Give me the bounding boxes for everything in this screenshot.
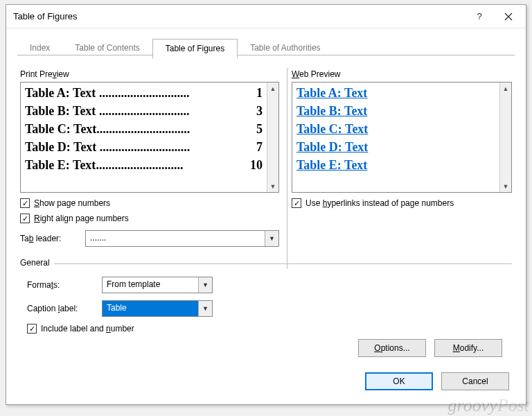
- scroll-up-icon[interactable]: ▲: [267, 83, 278, 94]
- scroll-up-icon[interactable]: ▲: [500, 83, 511, 94]
- chevron-down-icon[interactable]: ▼: [265, 231, 278, 246]
- dialog-title: Table of Figures: [13, 11, 465, 21]
- tab-table-of-contents[interactable]: Table of Contents: [62, 39, 152, 59]
- web-preview-scrollbar[interactable]: ▲ ▼: [499, 83, 511, 192]
- web-link[interactable]: Table A: Text: [296, 84, 495, 102]
- print-preview-scrollbar[interactable]: ▲ ▼: [267, 83, 278, 192]
- modify-button[interactable]: Modify...: [434, 339, 502, 357]
- close-button[interactable]: [494, 7, 523, 26]
- web-link[interactable]: Table B: Text: [296, 102, 495, 120]
- tab-index[interactable]: Index: [17, 39, 62, 59]
- chevron-down-icon[interactable]: ▼: [198, 301, 212, 316]
- include-label-label: Include label and number: [41, 324, 134, 333]
- general-label: General: [20, 258, 54, 268]
- web-preview-box: Table A: Text Table B: Text Table C: Tex…: [292, 82, 512, 193]
- web-preview-label: Web Preview: [292, 69, 512, 79]
- cancel-button[interactable]: Cancel: [441, 372, 509, 390]
- web-link[interactable]: Table E: Text: [296, 156, 495, 174]
- tab-leader-combo[interactable]: ....... ▼: [85, 230, 279, 247]
- caption-label-combo[interactable]: Table ▼: [102, 300, 213, 317]
- help-button[interactable]: ?: [465, 7, 494, 26]
- print-preview-box: Table A: Text ..........................…: [20, 82, 279, 193]
- options-button[interactable]: Options...: [358, 339, 426, 357]
- watermark: groovyPost: [448, 395, 529, 416]
- titlebar: Table of Figures ?: [6, 5, 526, 28]
- formats-label: Formats:: [27, 280, 96, 290]
- show-page-numbers-label: Show page numbers: [34, 198, 110, 208]
- web-link[interactable]: Table C: Text: [296, 120, 495, 138]
- show-page-numbers-checkbox[interactable]: ✓: [20, 198, 30, 208]
- tab-underline: [17, 55, 515, 55]
- right-align-checkbox[interactable]: ✓: [20, 214, 30, 223]
- dialog-window: Table of Figures ? Index Table of Conten…: [6, 4, 526, 405]
- caption-label-label: Caption label:: [27, 304, 96, 313]
- web-preview-content: Table A: Text Table B: Text Table C: Tex…: [292, 83, 499, 192]
- web-link[interactable]: Table D: Text: [296, 138, 495, 156]
- vertical-divider: [287, 68, 287, 269]
- include-label-checkbox[interactable]: ✓: [27, 324, 37, 333]
- tab-table-of-authorities[interactable]: Table of Authorities: [238, 39, 332, 59]
- general-group: General Formats: From template ▼ Caption…: [20, 263, 512, 360]
- tab-leader-label: Tab leader:: [20, 234, 80, 243]
- print-preview-content: Table A: Text ..........................…: [21, 83, 267, 192]
- right-align-label: Right align page numbers: [34, 214, 129, 223]
- chevron-down-icon[interactable]: ▼: [198, 277, 212, 293]
- print-preview-label: Print Preview: [20, 69, 279, 79]
- ok-button[interactable]: OK: [365, 372, 433, 390]
- scroll-down-icon[interactable]: ▼: [267, 180, 278, 192]
- dialog-content: Print Preview Table A: Text ............…: [6, 58, 526, 397]
- formats-combo[interactable]: From template ▼: [102, 277, 213, 293]
- use-hyperlinks-checkbox[interactable]: ✓: [292, 198, 301, 208]
- scroll-down-icon[interactable]: ▼: [500, 180, 511, 192]
- use-hyperlinks-label: Use hyperlinks instead of page numbers: [305, 198, 454, 208]
- tab-table-of-figures[interactable]: Table of Figures: [152, 39, 238, 59]
